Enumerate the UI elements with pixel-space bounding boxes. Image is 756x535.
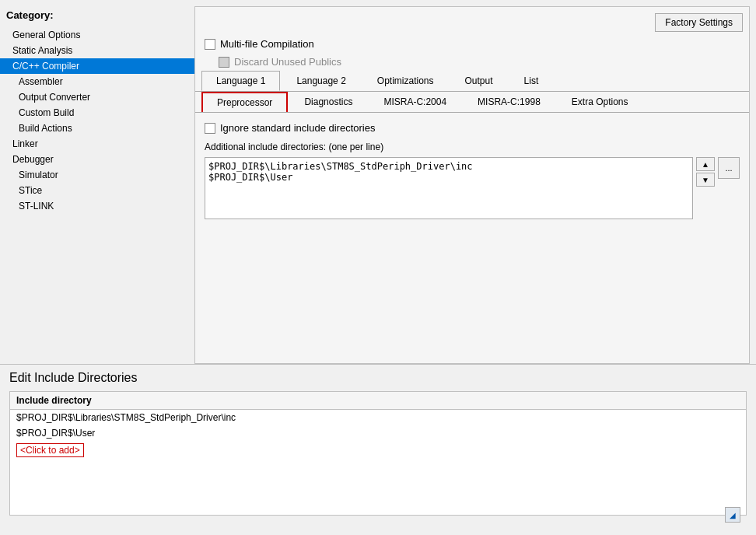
multi-file-label: Multi-file Compilation — [220, 38, 314, 50]
options-row: Multi-file Compilation Discard Unused Pu… — [195, 35, 749, 71]
sidebar-item-output-converter[interactable]: Output Converter — [0, 89, 194, 105]
dir-table-row[interactable]: $PROJ_DIR$\User — [10, 425, 746, 441]
directory-table: Include directory $PROJ_DIR$\Libraries\S… — [9, 391, 747, 516]
tab-content: Ignore standard include directories Addi… — [195, 113, 749, 363]
edit-include-title: Edit Include Directories — [9, 371, 747, 385]
sidebar-list: General OptionsStatic AnalysisC/C++ Comp… — [0, 27, 194, 214]
top-panel: Category: General OptionsStatic Analysis… — [0, 0, 756, 364]
sidebar-item-cpp-compiler[interactable]: C/C++ Compiler — [0, 58, 194, 74]
factory-settings-button[interactable]: Factory Settings — [655, 13, 743, 32]
sidebar-item-general-options[interactable]: General Options — [0, 27, 194, 43]
tab-row1-optimizations[interactable]: Optimizations — [362, 71, 449, 91]
relative-wrapper: Edit Include Directories Include directo… — [9, 371, 747, 529]
ignore-std-label: Ignore standard include directories — [220, 122, 375, 134]
browse-button[interactable]: ... — [718, 157, 740, 179]
sidebar-item-linker[interactable]: Linker — [0, 136, 194, 152]
include-directories-box: ▲ ▼ ... — [205, 157, 740, 219]
click-to-add-row[interactable]: <Click to add> — [16, 443, 84, 457]
sidebar-item-custom-build[interactable]: Custom Build — [0, 105, 194, 121]
tab-row1-language1[interactable]: Language 1 — [201, 71, 280, 91]
sidebar: Category: General OptionsStatic Analysis… — [0, 0, 194, 364]
discard-unused-label: Discard Unused Publics — [234, 56, 341, 68]
tab-row1-list[interactable]: List — [509, 71, 554, 91]
include-directories-label: Additional include directories: (one per… — [205, 142, 740, 152]
sidebar-item-stice[interactable]: STice — [0, 183, 194, 198]
dir-table-row[interactable]: $PROJ_DIR$\Libraries\STM8S_StdPeriph_Dri… — [10, 410, 746, 425]
tab-row2-misra-c-1998[interactable]: MISRA-C:1998 — [463, 92, 555, 112]
tabs-row-2: PreprocessorDiagnosticsMISRA-C:2004MISRA… — [195, 92, 749, 113]
dir-table-header: Include directory — [10, 392, 746, 410]
multi-file-option-line: Multi-file Compilation — [205, 38, 314, 50]
sidebar-item-debugger[interactable]: Debugger — [0, 152, 194, 167]
resize-icon: ◢ — [725, 507, 740, 523]
scroll-up-button[interactable]: ▲ — [696, 157, 715, 171]
sidebar-item-st-link[interactable]: ST-LINK — [0, 198, 194, 214]
bottom-panel: Edit Include Directories Include directo… — [0, 364, 756, 535]
sidebar-item-build-actions[interactable]: Build Actions — [0, 121, 194, 136]
content-panel: Factory Settings Multi-file Compilation … — [194, 6, 750, 364]
content-header: Factory Settings — [195, 7, 749, 35]
tab-row2-diagnostics[interactable]: Diagnostics — [289, 92, 367, 112]
ignore-std-checkbox[interactable] — [205, 123, 215, 134]
tab-row2-extra-options[interactable]: Extra Options — [557, 92, 643, 112]
main-container: Category: General OptionsStatic Analysis… — [0, 0, 756, 535]
ignore-line: Ignore standard include directories — [205, 122, 740, 134]
discard-unused-option-line: Discard Unused Publics — [205, 56, 341, 68]
category-label: Category: — [0, 6, 194, 27]
include-directories-textarea[interactable] — [205, 157, 693, 219]
sidebar-item-simulator[interactable]: Simulator — [0, 167, 194, 183]
multi-file-checkbox[interactable] — [205, 39, 215, 50]
tabs-row-1: Language 1Language 2OptimizationsOutputL… — [195, 71, 749, 92]
tab-row2-preprocessor[interactable]: Preprocessor — [201, 92, 288, 112]
discard-unused-checkbox[interactable] — [219, 57, 229, 68]
sidebar-item-static-analysis[interactable]: Static Analysis — [0, 43, 194, 58]
tab-row2-misra-c-2004[interactable]: MISRA-C:2004 — [369, 92, 461, 112]
tab-row1-language2[interactable]: Language 2 — [282, 71, 360, 91]
tab-row1-output[interactable]: Output — [450, 71, 508, 91]
dir-rows: $PROJ_DIR$\Libraries\STM8S_StdPeriph_Dri… — [10, 410, 746, 441]
sidebar-item-assembler[interactable]: Assembler — [0, 74, 194, 89]
scroll-down-button[interactable]: ▼ — [696, 173, 715, 187]
